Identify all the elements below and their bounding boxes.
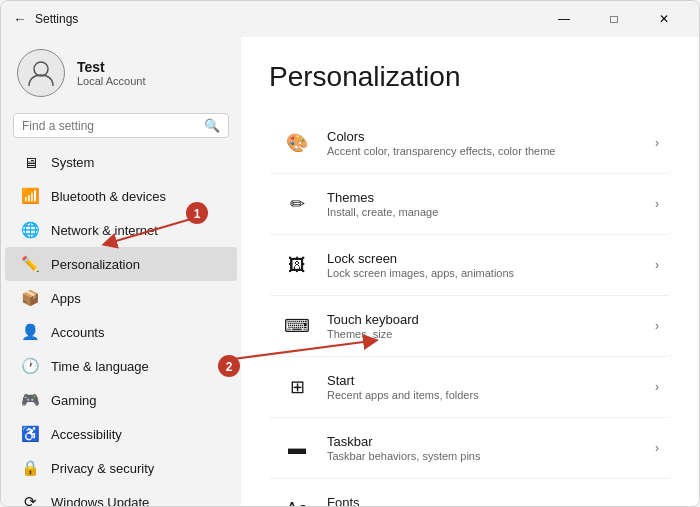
close-button[interactable]: ✕ <box>641 4 687 34</box>
settings-desc-colors: Accent color, transparency effects, colo… <box>327 145 641 157</box>
settings-title-fonts: Fonts <box>327 495 641 506</box>
settings-window: ← Settings — □ ✕ <box>0 0 700 507</box>
sidebar-item-system[interactable]: 🖥 System <box>5 146 237 179</box>
sidebar-item-accounts[interactable]: 👤 Accounts <box>5 315 237 349</box>
settings-icon-start: ⊞ <box>281 371 313 403</box>
settings-title-taskbar: Taskbar <box>327 434 641 449</box>
user-section[interactable]: Test Local Account <box>1 37 241 109</box>
chevron-icon-colors: › <box>655 136 659 150</box>
user-name: Test <box>77 59 146 75</box>
svg-point-0 <box>34 62 48 76</box>
settings-title-themes: Themes <box>327 190 641 205</box>
settings-desc-touchkeyboard: Themes, size <box>327 328 641 340</box>
chevron-icon-touchkeyboard: › <box>655 319 659 333</box>
nav-label-accessibility: Accessibility <box>51 427 122 442</box>
settings-item-lockscreen[interactable]: 🖼 Lock screen Lock screen images, apps, … <box>269 235 671 296</box>
settings-item-taskbar[interactable]: ▬ Taskbar Taskbar behaviors, system pins… <box>269 418 671 479</box>
search-input[interactable] <box>22 119 198 133</box>
sidebar-item-gaming[interactable]: 🎮 Gaming <box>5 383 237 417</box>
chevron-icon-themes: › <box>655 197 659 211</box>
settings-desc-start: Recent apps and items, folders <box>327 389 641 401</box>
settings-item-fonts[interactable]: Aa Fonts Install, manage › <box>269 479 671 506</box>
settings-text-taskbar: Taskbar Taskbar behaviors, system pins <box>327 434 641 462</box>
nav-label-system: System <box>51 155 94 170</box>
settings-text-lockscreen: Lock screen Lock screen images, apps, an… <box>327 251 641 279</box>
settings-title-colors: Colors <box>327 129 641 144</box>
user-sub: Local Account <box>77 75 146 87</box>
settings-text-themes: Themes Install, create, manage <box>327 190 641 218</box>
settings-title-lockscreen: Lock screen <box>327 251 641 266</box>
nav-icon-personalization: ✏️ <box>21 255 39 273</box>
settings-text-colors: Colors Accent color, transparency effect… <box>327 129 641 157</box>
nav-icon-accessibility: ♿ <box>21 425 39 443</box>
sidebar-item-time[interactable]: 🕐 Time & language <box>5 349 237 383</box>
settings-text-start: Start Recent apps and items, folders <box>327 373 641 401</box>
chevron-icon-lockscreen: › <box>655 258 659 272</box>
nav-icon-accounts: 👤 <box>21 323 39 341</box>
nav-icon-time: 🕐 <box>21 357 39 375</box>
nav-label-apps: Apps <box>51 291 81 306</box>
titlebar: ← Settings — □ ✕ <box>1 1 699 37</box>
minimize-icon: — <box>558 12 570 26</box>
settings-desc-themes: Install, create, manage <box>327 206 641 218</box>
nav-label-time: Time & language <box>51 359 149 374</box>
chevron-icon-fonts: › <box>655 502 659 506</box>
sidebar-item-bluetooth[interactable]: 📶 Bluetooth & devices <box>5 179 237 213</box>
nav-label-update: Windows Update <box>51 495 149 507</box>
search-icon: 🔍 <box>204 118 220 133</box>
settings-item-start[interactable]: ⊞ Start Recent apps and items, folders › <box>269 357 671 418</box>
nav-label-accounts: Accounts <box>51 325 104 340</box>
titlebar-title: Settings <box>35 12 78 26</box>
sidebar-item-personalization[interactable]: ✏️ Personalization <box>5 247 237 281</box>
settings-desc-taskbar: Taskbar behaviors, system pins <box>327 450 641 462</box>
nav-label-gaming: Gaming <box>51 393 97 408</box>
sidebar-item-accessibility[interactable]: ♿ Accessibility <box>5 417 237 451</box>
settings-desc-lockscreen: Lock screen images, apps, animations <box>327 267 641 279</box>
settings-item-themes[interactable]: ✏ Themes Install, create, manage › <box>269 174 671 235</box>
search-box[interactable]: 🔍 <box>13 113 229 138</box>
settings-text-touchkeyboard: Touch keyboard Themes, size <box>327 312 641 340</box>
nav-label-bluetooth: Bluetooth & devices <box>51 189 166 204</box>
maximize-icon: □ <box>610 12 617 26</box>
sidebar-item-privacy[interactable]: 🔒 Privacy & security <box>5 451 237 485</box>
chevron-icon-taskbar: › <box>655 441 659 455</box>
settings-title-start: Start <box>327 373 641 388</box>
close-icon: ✕ <box>659 12 669 26</box>
settings-list: 🎨 Colors Accent color, transparency effe… <box>269 113 671 506</box>
sidebar-item-apps[interactable]: 📦 Apps <box>5 281 237 315</box>
settings-title-touchkeyboard: Touch keyboard <box>327 312 641 327</box>
chevron-icon-start: › <box>655 380 659 394</box>
nav-icon-privacy: 🔒 <box>21 459 39 477</box>
nav-icon-gaming: 🎮 <box>21 391 39 409</box>
avatar <box>17 49 65 97</box>
settings-icon-lockscreen: 🖼 <box>281 249 313 281</box>
nav-label-privacy: Privacy & security <box>51 461 154 476</box>
maximize-button[interactable]: □ <box>591 4 637 34</box>
main-content: Test Local Account 🔍 🖥 System 📶 Bluetoot… <box>1 37 699 506</box>
titlebar-controls: — □ ✕ <box>541 4 687 34</box>
settings-icon-colors: 🎨 <box>281 127 313 159</box>
nav-label-personalization: Personalization <box>51 257 140 272</box>
settings-icon-themes: ✏ <box>281 188 313 220</box>
content-area: Personalization 🎨 Colors Accent color, t… <box>241 37 699 506</box>
nav-list: 🖥 System 📶 Bluetooth & devices 🌐 Network… <box>1 146 241 506</box>
minimize-button[interactable]: — <box>541 4 587 34</box>
settings-icon-fonts: Aa <box>281 493 313 506</box>
settings-text-fonts: Fonts Install, manage <box>327 495 641 506</box>
nav-icon-system: 🖥 <box>21 154 39 171</box>
settings-icon-taskbar: ▬ <box>281 432 313 464</box>
user-info: Test Local Account <box>77 59 146 87</box>
nav-icon-bluetooth: 📶 <box>21 187 39 205</box>
sidebar-item-network[interactable]: 🌐 Network & internet <box>5 213 237 247</box>
sidebar: Test Local Account 🔍 🖥 System 📶 Bluetoot… <box>1 37 241 506</box>
titlebar-left: ← Settings <box>13 11 78 27</box>
settings-icon-touchkeyboard: ⌨ <box>281 310 313 342</box>
settings-item-colors[interactable]: 🎨 Colors Accent color, transparency effe… <box>269 113 671 174</box>
page-title: Personalization <box>269 61 671 93</box>
nav-icon-apps: 📦 <box>21 289 39 307</box>
nav-label-network: Network & internet <box>51 223 158 238</box>
sidebar-item-update[interactable]: ⟳ Windows Update <box>5 485 237 506</box>
settings-item-touchkeyboard[interactable]: ⌨ Touch keyboard Themes, size › <box>269 296 671 357</box>
back-icon[interactable]: ← <box>13 11 27 27</box>
nav-icon-network: 🌐 <box>21 221 39 239</box>
